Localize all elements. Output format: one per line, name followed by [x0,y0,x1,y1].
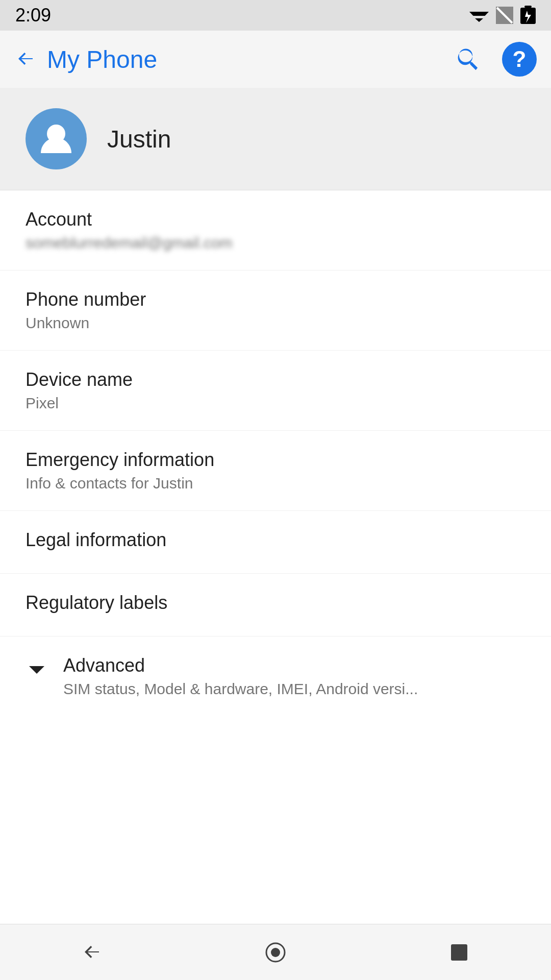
regulatory-labels-title: Regulatory labels [26,592,525,614]
search-button[interactable] [455,47,480,71]
nav-bar [0,924,551,980]
bottom-spacer [0,716,551,777]
nav-recents-button[interactable] [429,932,490,973]
legal-info-title: Legal information [26,529,525,551]
device-name-item[interactable]: Device name Pixel [0,351,551,431]
chevron-down-icon [26,659,48,683]
advanced-content: Advanced SIM status, Model & hardware, I… [63,655,525,698]
page-title: My Phone [47,45,445,74]
device-name-title: Device name [26,369,525,390]
svg-point-9 [271,948,280,957]
app-bar: My Phone ? [0,31,551,88]
phone-number-content: Phone number Unknown [26,289,525,332]
svg-marker-2 [475,18,483,22]
profile-name: Justin [107,125,171,153]
emergency-info-item[interactable]: Emergency information Info & contacts fo… [0,431,551,511]
settings-list: Account someblurredemail@gmail.com Phone… [0,190,551,716]
phone-number-subtitle: Unknown [26,314,525,332]
signal-icon [496,7,513,24]
regulatory-labels-content: Regulatory labels [26,592,525,618]
back-button[interactable] [14,48,37,70]
svg-rect-5 [524,6,532,8]
device-name-subtitle: Pixel [26,395,525,412]
svg-rect-10 [451,944,467,961]
account-subtitle: someblurredemail@gmail.com [26,234,525,252]
status-bar: 2:09 [0,0,551,31]
account-title: Account [26,209,525,230]
help-button[interactable]: ? [502,42,537,77]
legal-info-content: Legal information [26,529,525,555]
nav-home-button[interactable] [245,932,306,973]
avatar [26,108,87,169]
emergency-info-content: Emergency information Info & contacts fo… [26,449,525,492]
advanced-subtitle: SIM status, Model & hardware, IMEI, Andr… [63,680,525,698]
advanced-title: Advanced [63,655,525,676]
account-item[interactable]: Account someblurredemail@gmail.com [0,190,551,271]
advanced-item[interactable]: Advanced SIM status, Model & hardware, I… [0,636,551,716]
wifi-icon [469,8,489,23]
account-content: Account someblurredemail@gmail.com [26,209,525,252]
phone-number-item[interactable]: Phone number Unknown [0,271,551,351]
status-icons [469,6,536,25]
phone-number-title: Phone number [26,289,525,310]
emergency-info-title: Emergency information [26,449,525,471]
nav-back-button[interactable] [61,932,122,973]
status-time: 2:09 [15,5,51,26]
profile-section: Justin [0,88,551,190]
device-name-content: Device name Pixel [26,369,525,412]
battery-icon [520,6,536,25]
regulatory-labels-item[interactable]: Regulatory labels [0,574,551,636]
emergency-info-subtitle: Info & contacts for Justin [26,475,525,492]
legal-info-item[interactable]: Legal information [0,511,551,574]
